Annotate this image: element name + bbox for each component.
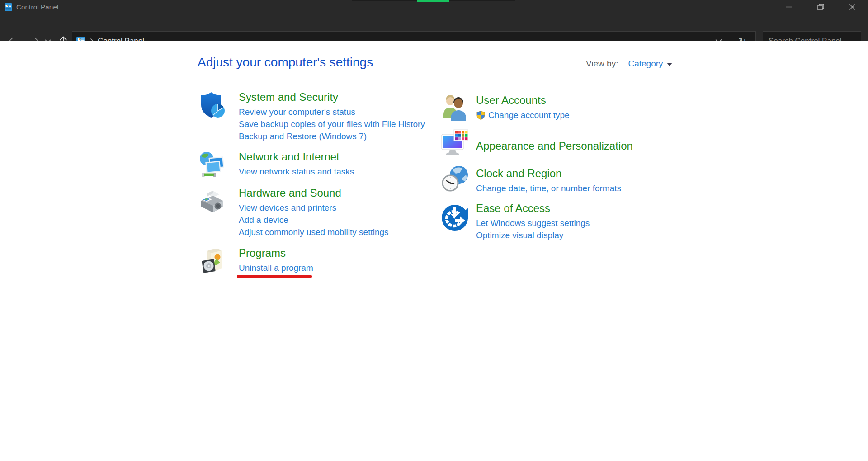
window-title: Control Panel — [16, 3, 59, 11]
category-programs: Programs Uninstall a program — [198, 246, 313, 275]
close-button[interactable] — [836, 0, 868, 14]
link-user-accounts[interactable]: User Accounts — [476, 94, 570, 107]
link-change-account-type-label: Change account type — [488, 109, 570, 121]
user-accounts-icon[interactable] — [440, 94, 469, 122]
link-appearance-personalization[interactable]: Appearance and Personalization — [476, 139, 633, 153]
category-appearance-personalization: Appearance and Personalization — [440, 129, 633, 158]
ease-of-access-icon[interactable] — [440, 203, 469, 232]
link-view-network-status[interactable]: View network status and tasks — [239, 165, 354, 178]
link-ease-of-access[interactable]: Ease of Access — [476, 202, 590, 215]
link-add-a-device[interactable]: Add a device — [239, 214, 389, 226]
link-network-and-internet[interactable]: Network and Internet — [239, 150, 354, 164]
window-titlebar: Control Panel — [0, 0, 868, 14]
link-hardware-and-sound[interactable]: Hardware and Sound — [239, 186, 389, 200]
category-hardware-and-sound: Hardware and Sound View devices and prin… — [198, 186, 389, 238]
view-by-control: View by: Category — [586, 59, 672, 69]
category-system-and-security: System and Security Review your computer… — [198, 90, 425, 142]
link-optimize-visual-display[interactable]: Optimize visual display — [476, 229, 590, 241]
chevron-down-icon[interactable] — [667, 63, 672, 66]
link-change-date-time-formats[interactable]: Change date, time, or number formats — [476, 182, 621, 194]
link-backup-restore[interactable]: Backup and Restore (Windows 7) — [239, 130, 425, 142]
background-green-indicator — [417, 0, 449, 2]
link-clock-and-region[interactable]: Clock and Region — [476, 167, 621, 180]
link-change-account-type[interactable]: Change account type — [476, 109, 570, 121]
control-panel-app-icon — [5, 3, 12, 11]
minimize-button[interactable] — [773, 0, 805, 14]
link-view-devices-printers[interactable]: View devices and printers — [239, 202, 389, 214]
link-review-computer-status[interactable]: Review your computer's status — [239, 106, 425, 118]
category-ease-of-access: Ease of Access Let Windows suggest setti… — [440, 202, 590, 241]
link-uninstall-a-program[interactable]: Uninstall a program — [239, 262, 313, 274]
link-system-and-security[interactable]: System and Security — [239, 90, 425, 104]
category-user-accounts: User Accounts Change account type — [440, 94, 570, 122]
uac-shield-icon — [476, 110, 486, 120]
hardware-sound-printer-icon[interactable] — [198, 186, 226, 215]
system-security-shield-icon[interactable] — [198, 90, 226, 119]
restore-button[interactable] — [805, 0, 836, 14]
link-programs[interactable]: Programs — [239, 246, 313, 260]
appearance-personalization-icon[interactable] — [440, 129, 469, 158]
link-mobility-settings[interactable]: Adjust commonly used mobility settings — [239, 226, 389, 238]
category-network-and-internet: Network and Internet View network status… — [198, 150, 354, 179]
programs-box-icon[interactable] — [198, 246, 226, 275]
category-clock-and-region: Clock and Region Change date, time, or n… — [440, 164, 621, 194]
link-windows-suggest-settings[interactable]: Let Windows suggest settings — [476, 217, 590, 229]
red-underline-annotation — [237, 275, 312, 278]
view-by-dropdown[interactable]: Category — [628, 59, 663, 69]
view-by-label: View by: — [586, 59, 618, 69]
control-panel-home — [0, 41, 868, 461]
clock-region-icon[interactable] — [440, 164, 469, 193]
navigation-bar: Control Panel ↻ — [0, 14, 868, 41]
page-title: Adjust your computer's settings — [198, 55, 373, 70]
network-internet-icon[interactable] — [198, 150, 226, 179]
link-file-history[interactable]: Save backup copies of your files with Fi… — [239, 118, 425, 130]
